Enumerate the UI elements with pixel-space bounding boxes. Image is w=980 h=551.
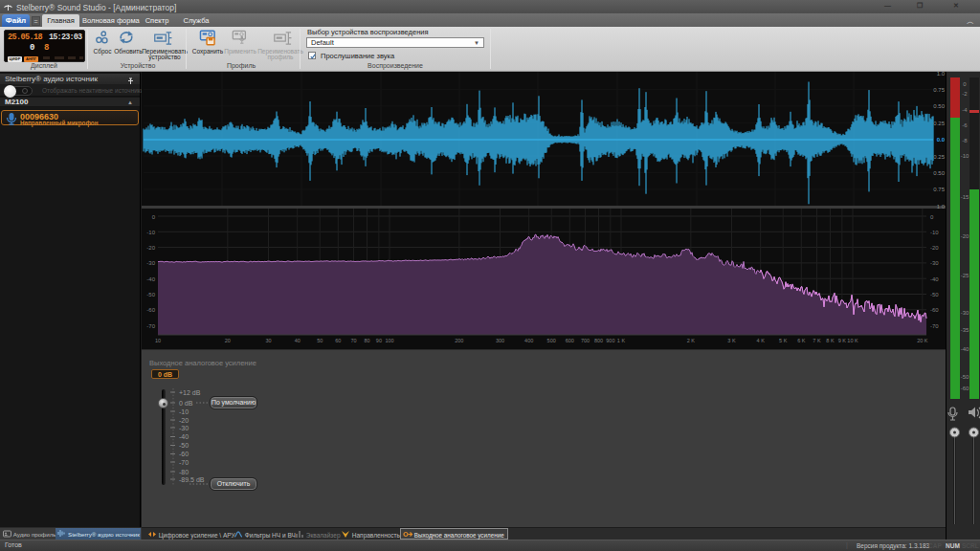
svg-text:500: 500 (547, 338, 556, 343)
svg-text:0.50: 0.50 (933, 170, 945, 176)
svg-text:6 K: 6 K (797, 338, 806, 343)
svg-text:-10: -10 (930, 230, 939, 235)
svg-text:0.25: 0.25 (933, 154, 945, 160)
svg-text:-30: -30 (961, 310, 969, 316)
svg-text:-20: -20 (930, 245, 939, 251)
svg-text:-40: -40 (961, 346, 969, 352)
svg-text:20 K: 20 K (917, 338, 928, 343)
svg-text:5 K: 5 K (779, 338, 788, 343)
svg-text:-60: -60 (961, 386, 969, 391)
svg-text:200: 200 (455, 338, 463, 343)
svg-text:-8: -8 (962, 138, 968, 143)
svg-text:0: 0 (152, 214, 156, 220)
svg-text:9 K: 9 K (838, 338, 847, 343)
svg-text:600: 600 (566, 338, 574, 343)
svg-text:-60: -60 (930, 307, 939, 313)
svg-text:-40: -40 (930, 276, 939, 282)
svg-text:-70: -70 (930, 323, 939, 329)
svg-text:0.50: 0.50 (933, 103, 945, 109)
svg-text:-20: -20 (146, 245, 155, 251)
svg-text:-35: -35 (961, 327, 969, 333)
svg-text:0.0: 0.0 (937, 137, 946, 143)
svg-text:1 K: 1 K (617, 338, 626, 343)
svg-text:-10: -10 (146, 230, 155, 235)
svg-text:70: 70 (350, 338, 356, 343)
svg-text:2 K: 2 K (687, 338, 696, 343)
svg-text:90: 90 (376, 338, 382, 343)
svg-text:4 K: 4 K (757, 338, 766, 343)
svg-text:10 K: 10 K (847, 338, 858, 343)
svg-text:10: 10 (155, 338, 161, 343)
svg-text:-70: -70 (146, 323, 155, 329)
svg-text:-30: -30 (930, 260, 939, 266)
svg-text:-20: -20 (961, 233, 969, 239)
svg-text:300: 300 (496, 338, 504, 343)
svg-text:400: 400 (524, 338, 533, 343)
svg-text:-60: -60 (146, 307, 155, 313)
svg-text:100: 100 (385, 338, 393, 343)
svg-text:700: 700 (581, 338, 590, 343)
svg-text:900: 900 (606, 338, 614, 343)
svg-text:-50: -50 (961, 374, 969, 380)
svg-text:0.75: 0.75 (933, 187, 945, 192)
svg-text:3 K: 3 K (727, 338, 736, 343)
svg-text:60: 60 (335, 338, 341, 343)
svg-text:-50: -50 (930, 292, 939, 298)
svg-text:20: 20 (225, 338, 231, 343)
svg-text:-50: -50 (146, 292, 155, 298)
svg-text:1.0: 1.0 (937, 71, 946, 77)
svg-text:-6: -6 (962, 122, 968, 128)
svg-text:800: 800 (594, 338, 603, 343)
svg-text:-15: -15 (961, 194, 969, 200)
svg-text:0.75: 0.75 (933, 87, 945, 93)
svg-text:-4: -4 (962, 107, 968, 113)
svg-text:50: 50 (317, 338, 323, 343)
svg-text:-2: -2 (962, 91, 968, 97)
svg-text:8 K: 8 K (826, 338, 835, 343)
svg-text:-40: -40 (146, 276, 155, 282)
svg-text:0: 0 (963, 81, 967, 87)
svg-text:80: 80 (364, 338, 369, 343)
svg-text:-25: -25 (961, 273, 969, 278)
svg-text:40: 40 (295, 338, 301, 343)
svg-text:-10: -10 (961, 153, 969, 159)
svg-text:7 K: 7 K (813, 338, 821, 343)
svg-text:30: 30 (265, 338, 271, 343)
svg-text:-30: -30 (146, 260, 155, 266)
svg-text:0: 0 (930, 214, 934, 220)
svg-text:0.25: 0.25 (933, 121, 945, 126)
